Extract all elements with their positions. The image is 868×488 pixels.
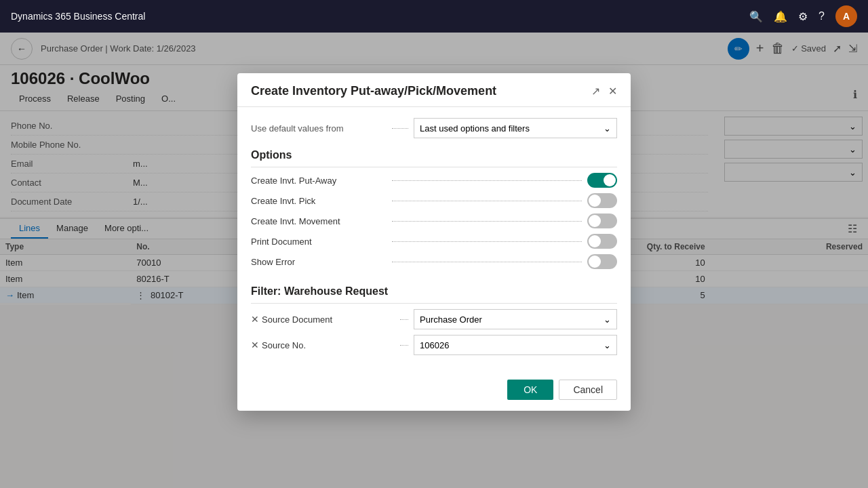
modal-dialog: Create Inventory Put-away/Pick/Movement …: [237, 73, 631, 411]
toggle-label-print: Print Document: [251, 237, 387, 247]
filter-source-doc-value: Purchase Order: [420, 314, 482, 325]
main-area: ← Purchase Order | Work Date: 1/26/2023 …: [0, 33, 868, 488]
search-icon[interactable]: 🔍: [749, 10, 763, 23]
filter-source-no-value: 106026: [420, 340, 449, 350]
modal-footer: OK Cancel: [237, 371, 631, 411]
cancel-button[interactable]: Cancel: [559, 380, 617, 400]
top-navigation: Dynamics 365 Business Central 🔍 🔔 ⚙ ? A: [0, 0, 868, 33]
use-default-label: Use default values from: [251, 123, 387, 134]
use-default-dropdown[interactable]: Last used options and filters ⌄: [414, 118, 617, 138]
toggle-label-pick: Create Invt. Pick: [251, 196, 387, 206]
app-title: Dynamics 365 Business Central: [11, 11, 145, 22]
bell-icon[interactable]: 🔔: [774, 10, 787, 23]
options-section-header: Options: [251, 149, 617, 167]
chevron-down-icon: ⌄: [604, 340, 611, 350]
use-default-row: Use default values from Last used option…: [251, 118, 617, 138]
help-icon[interactable]: ?: [818, 10, 825, 22]
toggle-row-put-away: Create Invt. Put-Away: [251, 173, 617, 188]
app-branding: Dynamics 365 Business Central: [11, 11, 145, 22]
modal-close-button[interactable]: ✕: [608, 85, 617, 98]
filter-clear-source-no[interactable]: ✕: [251, 340, 259, 350]
avatar[interactable]: A: [835, 5, 857, 27]
toggle-row-movement: Create Invt. Movement: [251, 214, 617, 228]
toggle-put-away[interactable]: [587, 173, 617, 188]
modal-expand-button[interactable]: ↗: [591, 85, 600, 98]
gear-icon[interactable]: ⚙: [798, 10, 808, 23]
filter-row-source-doc: ✕ Source Document Purchase Order ⌄: [251, 309, 617, 329]
toggle-label-put-away: Create Invt. Put-Away: [251, 176, 387, 186]
toggle-pick[interactable]: [587, 193, 617, 208]
modal-body: Use default values from Last used option…: [237, 107, 631, 371]
ok-button[interactable]: OK: [507, 380, 553, 400]
toggle-error[interactable]: [587, 254, 617, 269]
modal-header-icons: ↗ ✕: [591, 85, 617, 98]
toggle-row-error: Show Error: [251, 254, 617, 269]
toggle-row-print: Print Document: [251, 234, 617, 249]
use-default-value: Last used options and filters: [420, 123, 530, 134]
modal-header: Create Inventory Put-away/Pick/Movement …: [237, 73, 631, 107]
filter-label-source-no: Source No.: [262, 340, 395, 350]
filter-section-header: Filter: Warehouse Request: [251, 285, 617, 304]
toggle-print[interactable]: [587, 234, 617, 249]
filter-label-source-doc: Source Document: [262, 314, 395, 325]
toggle-row-pick: Create Invt. Pick: [251, 193, 617, 208]
filter-row-source-no: ✕ Source No. 106026 ⌄: [251, 335, 617, 355]
toggle-label-error: Show Error: [251, 257, 387, 267]
filter-source-no-dropdown[interactable]: 106026 ⌄: [414, 335, 617, 355]
filter-clear-source-doc[interactable]: ✕: [251, 314, 259, 325]
modal-overlay: Create Inventory Put-away/Pick/Movement …: [0, 33, 868, 488]
filter-source-doc-dropdown[interactable]: Purchase Order ⌄: [414, 309, 617, 329]
toggle-label-movement: Create Invt. Movement: [251, 216, 387, 226]
chevron-down-icon: ⌄: [604, 123, 611, 134]
toggle-movement[interactable]: [587, 214, 617, 228]
chevron-down-icon: ⌄: [604, 314, 611, 325]
top-nav-icons: 🔍 🔔 ⚙ ? A: [749, 5, 857, 27]
modal-title: Create Inventory Put-away/Pick/Movement: [251, 84, 591, 98]
